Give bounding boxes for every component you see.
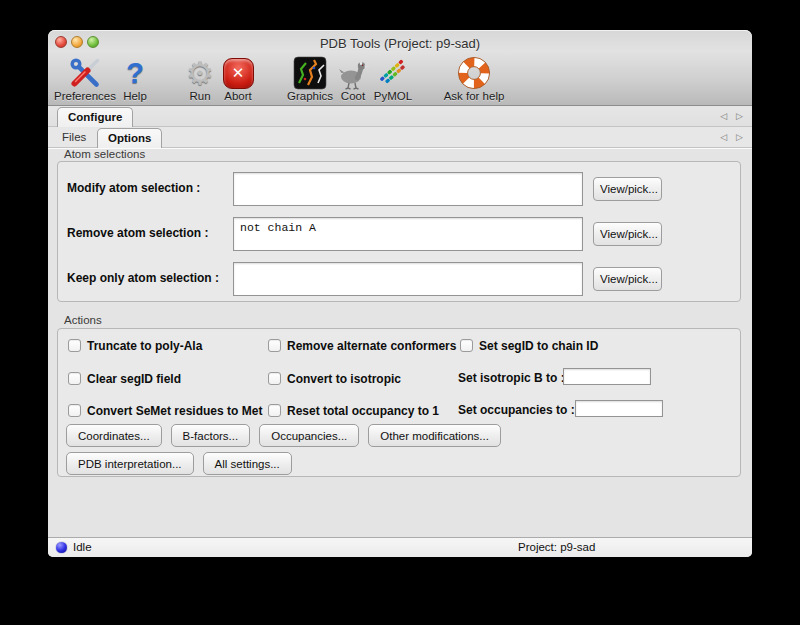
tab-scroll-arrows: ◁ ▷ <box>720 127 743 147</box>
status-bar: Idle Project: p9-sad <box>48 537 752 557</box>
coordinates-button[interactable]: Coordinates... <box>66 424 162 447</box>
tab-scroll-arrows: ◁ ▷ <box>720 106 743 126</box>
project-text: Project: p9-sad <box>518 541 595 553</box>
scroll-right-icon[interactable]: ▷ <box>736 112 743 121</box>
rainbow-ribbon-icon <box>376 56 410 90</box>
checkbox-box[interactable] <box>268 372 281 385</box>
actions-button-row-2: PDB interpretation... All settings... <box>66 452 292 475</box>
checkbox-set-segid-to-chain-id[interactable]: Set segID to chain ID <box>460 338 598 353</box>
keep-only-atom-selection-label: Keep only atom selection : <box>67 271 219 285</box>
scroll-left-icon[interactable]: ◁ <box>720 112 727 121</box>
title-and-toolbar: PDB Tools (Project: p9-sad) Preferences … <box>48 30 752 106</box>
toolbar-label: Abort <box>224 90 252 102</box>
checkbox-box[interactable] <box>68 404 81 417</box>
desktop-background: { "window": { "title": "PDB Tools (Proje… <box>0 0 800 625</box>
toolbar-label: Ask for help <box>444 90 505 102</box>
actions-group-label: Actions <box>64 314 102 326</box>
keep-only-atom-selection-field[interactable] <box>233 262 583 296</box>
scroll-left-icon[interactable]: ◁ <box>720 133 727 142</box>
actions-button-row-1: Coordinates... B-factors... Occupancies.… <box>66 424 501 447</box>
red-x-icon: ✕ <box>223 56 254 90</box>
window-title: PDB Tools (Project: p9-sad) <box>48 36 752 51</box>
checkbox-box[interactable] <box>268 339 281 352</box>
set-occupancies-input[interactable] <box>575 400 663 417</box>
checkbox-remove-alternate-conformers[interactable]: Remove alternate conformers <box>268 338 456 353</box>
remove-atom-selection-label: Remove atom selection : <box>67 226 208 240</box>
tab-files[interactable]: Files <box>62 127 86 148</box>
question-mark-icon: ? <box>126 56 144 90</box>
lifebuoy-icon <box>457 56 491 90</box>
pdb-tools-window: PDB Tools (Project: p9-sad) Preferences … <box>48 30 752 557</box>
checkbox-truncate-to-poly-ala[interactable]: Truncate to poly-Ala <box>68 338 202 353</box>
configure-tab-bar: Configure ◁ ▷ <box>48 106 752 127</box>
remove-atom-selection-field[interactable]: not chain A <box>233 217 583 251</box>
other-modifications-button[interactable]: Other modifications... <box>368 424 501 447</box>
files-options-tab-bar: Files Options ◁ ▷ <box>48 127 752 148</box>
status-indicator-icon <box>56 542 67 553</box>
checkbox-box[interactable] <box>268 404 281 417</box>
toolbar-button-ask-for-help[interactable]: Ask for help <box>434 56 514 104</box>
toolbar-button-pymol[interactable]: PyMOL <box>360 56 426 104</box>
view-pick-button-modify[interactable]: View/pick... <box>593 177 662 201</box>
crossed-tools-icon <box>68 56 102 90</box>
checkbox-convert-to-isotropic[interactable]: Convert to isotropic <box>268 371 401 386</box>
checkbox-box[interactable] <box>68 339 81 352</box>
set-isotropic-b-label: Set isotropic B to : <box>458 371 565 385</box>
occupancies-button[interactable]: Occupancies... <box>259 424 359 447</box>
view-pick-button-keep-only[interactable]: View/pick... <box>593 267 662 291</box>
pdb-interpretation-button[interactable]: PDB interpretation... <box>66 452 194 475</box>
scroll-right-icon[interactable]: ▷ <box>736 133 743 142</box>
view-pick-button-remove[interactable]: View/pick... <box>593 222 662 246</box>
toolbar-label: Help <box>123 90 147 102</box>
checkbox-convert-semet-to-met[interactable]: Convert SeMet residues to Met <box>68 403 262 418</box>
all-settings-button[interactable]: All settings... <box>203 452 292 475</box>
status-text: Idle <box>73 541 92 553</box>
toolbar-label: PyMOL <box>374 90 412 102</box>
tab-options[interactable]: Options <box>97 128 162 148</box>
modify-atom-selection-field[interactable] <box>233 172 583 206</box>
tab-configure[interactable]: Configure <box>57 107 133 127</box>
atom-selections-group-label: Atom selections <box>64 148 145 160</box>
modify-atom-selection-label: Modify atom selection : <box>67 181 200 195</box>
b-factors-button[interactable]: B-factors... <box>171 424 251 447</box>
checkbox-box[interactable] <box>460 339 473 352</box>
checkbox-box[interactable] <box>68 372 81 385</box>
toolbar-button-help[interactable]: ? Help <box>102 56 168 104</box>
checkbox-clear-segid-field[interactable]: Clear segID field <box>68 371 181 386</box>
toolbar-button-abort[interactable]: ✕ Abort <box>205 56 271 104</box>
set-occupancies-label: Set occupancies to : <box>458 403 575 417</box>
checkbox-reset-total-occupancy[interactable]: Reset total occupancy to 1 <box>268 403 439 418</box>
set-isotropic-b-input[interactable] <box>563 368 651 385</box>
